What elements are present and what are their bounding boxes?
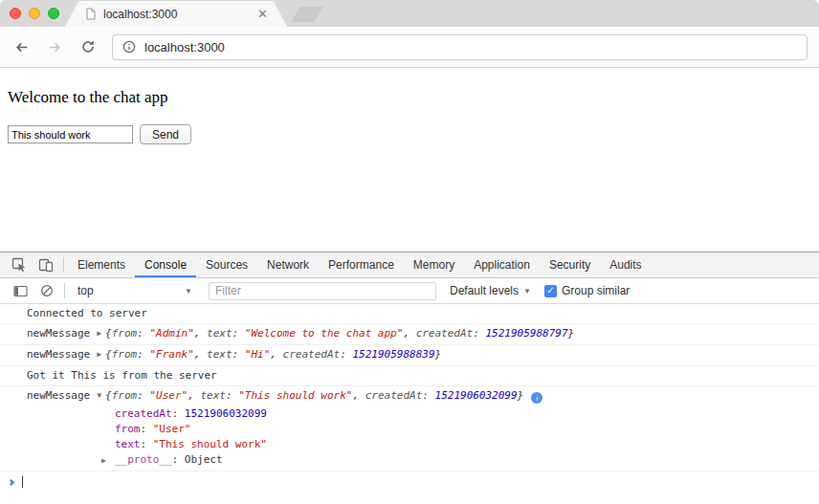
text-cursor bbox=[22, 476, 23, 488]
expand-triangle-icon[interactable]: ▼ bbox=[97, 389, 101, 403]
console-toolbar: top ▼ Default levels ▼ ✓ Group similar bbox=[0, 278, 819, 304]
devtools-tab-bar: ElementsConsoleSourcesNetworkPerformance… bbox=[0, 252, 819, 278]
zoom-window-button[interactable] bbox=[48, 8, 59, 19]
object-property: from: "User" bbox=[115, 422, 811, 437]
back-button[interactable] bbox=[11, 37, 31, 56]
device-toolbar-icon[interactable] bbox=[33, 252, 59, 277]
page-title: Welcome to the chat app bbox=[8, 88, 811, 107]
browser-toolbar: localhost:3000 bbox=[0, 27, 819, 68]
close-tab-icon[interactable]: ✕ bbox=[257, 8, 268, 20]
object-properties: createdAt: 1521906032099from: "User"text… bbox=[115, 404, 811, 468]
new-tab-button[interactable] bbox=[291, 7, 323, 22]
console-filter-input[interactable] bbox=[209, 282, 436, 300]
forward-button[interactable] bbox=[45, 37, 64, 56]
devtools-tab-performance[interactable]: Performance bbox=[319, 252, 404, 277]
toolbar-divider bbox=[63, 257, 64, 273]
address-bar[interactable]: localhost:3000 bbox=[112, 34, 808, 60]
toolbar-divider bbox=[64, 283, 65, 298]
expand-triangle-icon[interactable]: ▶ bbox=[101, 453, 106, 469]
devtools-tab-console[interactable]: Console bbox=[135, 252, 196, 277]
chevron-down-icon: ▼ bbox=[185, 287, 192, 296]
devtools-tab-audits[interactable]: Audits bbox=[600, 252, 651, 277]
object-preview: {from: "User", text: "This should work",… bbox=[105, 389, 523, 402]
devtools-tab-application[interactable]: Application bbox=[464, 252, 540, 277]
send-button[interactable]: Send bbox=[140, 124, 191, 144]
devtools-tab-elements[interactable]: Elements bbox=[68, 252, 135, 277]
object-property: ▶__proto__: Object bbox=[115, 452, 811, 468]
console-entry: Connected to server bbox=[0, 304, 819, 324]
console-prompt-icon bbox=[8, 478, 14, 485]
browser-tab-strip: localhost:3000 ✕ bbox=[0, 0, 819, 27]
console-entry: Got it This is from the server bbox=[0, 366, 819, 386]
browser-window: localhost:3000 ✕ localhost:3000 Welcome … bbox=[0, 0, 819, 504]
traffic-lights bbox=[10, 8, 59, 19]
expand-triangle-icon[interactable]: ▶ bbox=[97, 327, 101, 340]
page-content: Welcome to the chat app Send bbox=[0, 68, 819, 252]
console-messages: Connected to servernewMessage▶{from: "Ad… bbox=[0, 304, 819, 471]
console-message-text: Connected to server bbox=[27, 307, 147, 319]
close-window-button[interactable] bbox=[10, 8, 21, 19]
reload-button[interactable] bbox=[78, 37, 98, 56]
devtools-panel: ElementsConsoleSourcesNetworkPerformance… bbox=[0, 252, 819, 504]
console-message-label: newMessage bbox=[27, 327, 90, 340]
console-message-label: newMessage bbox=[27, 348, 90, 361]
devtools-tab-network[interactable]: Network bbox=[257, 252, 319, 277]
devtools-tab-security[interactable]: Security bbox=[540, 252, 600, 277]
group-similar-label: Group similar bbox=[562, 284, 630, 297]
chevron-down-icon: ▼ bbox=[523, 287, 531, 296]
log-levels-dropdown[interactable]: Default levels ▼ bbox=[450, 284, 531, 297]
object-preview: {from: "Frank", text: "Hi", createdAt: 1… bbox=[105, 348, 441, 361]
inspect-element-icon[interactable] bbox=[6, 252, 33, 277]
clear-console-icon[interactable] bbox=[33, 284, 60, 297]
info-icon[interactable]: i bbox=[531, 392, 542, 404]
message-input[interactable] bbox=[8, 125, 133, 143]
object-property: text: "This should work" bbox=[115, 437, 811, 452]
devtools-tab-sources[interactable]: Sources bbox=[196, 252, 257, 277]
chat-form: Send bbox=[8, 124, 811, 144]
url-text: localhost:3000 bbox=[144, 40, 225, 55]
devtools-panel-tabs: ElementsConsoleSourcesNetworkPerformance… bbox=[68, 252, 652, 277]
console-message-text: Got it This is from the server bbox=[27, 369, 217, 382]
devtools-tab-memory[interactable]: Memory bbox=[404, 252, 464, 277]
console-entry: newMessage▶{from: "Frank", text: "Hi", c… bbox=[0, 345, 819, 366]
tab-title: localhost:3000 bbox=[103, 8, 251, 21]
minimize-window-button[interactable] bbox=[29, 8, 40, 19]
console-prompt[interactable] bbox=[0, 471, 819, 492]
browser-tab[interactable]: localhost:3000 ✕ bbox=[65, 1, 287, 27]
console-output: Connected to servernewMessage▶{from: "Ad… bbox=[0, 304, 819, 504]
favicon-document-icon bbox=[84, 8, 97, 20]
group-similar-checkbox[interactable]: ✓ bbox=[544, 285, 557, 297]
console-entry: newMessage▼{from: "User", text: "This sh… bbox=[0, 386, 819, 471]
console-message-label: newMessage bbox=[27, 389, 90, 402]
execution-context-selector[interactable]: top ▼ bbox=[73, 284, 197, 297]
page-info-icon[interactable] bbox=[122, 40, 136, 54]
expand-triangle-icon[interactable]: ▶ bbox=[97, 348, 101, 362]
object-preview: {from: "Admin", text: "Welcome to the ch… bbox=[105, 327, 574, 340]
console-sidebar-icon[interactable] bbox=[7, 285, 33, 297]
console-entry: newMessage▶{from: "Admin", text: "Welcom… bbox=[0, 324, 819, 345]
object-property: createdAt: 1521906032099 bbox=[115, 406, 811, 422]
